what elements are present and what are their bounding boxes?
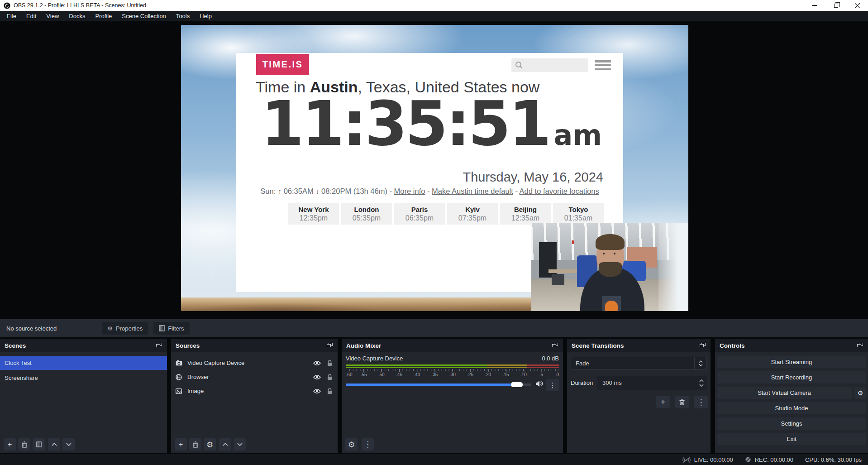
duration-spinner[interactable] <box>696 379 707 387</box>
menu-tools[interactable]: Tools <box>171 11 195 21</box>
menu-docks[interactable]: Docks <box>64 11 90 21</box>
stream-signal-icon <box>682 457 691 463</box>
chevron-down-icon <box>699 384 704 387</box>
popout-icon[interactable] <box>156 343 162 348</box>
start-streaming-button[interactable]: Start Streaming <box>717 356 866 368</box>
mixer-channel: Video Capture Device 0.0 dB <box>346 355 559 362</box>
remove-scene-button[interactable] <box>18 438 30 451</box>
source-item-video-capture[interactable]: Video Capture Device <box>171 356 338 370</box>
audio-mixer-header[interactable]: Audio Mixer <box>342 339 563 352</box>
controls-header[interactable]: Controls <box>715 339 868 352</box>
source-item-image[interactable]: Image <box>171 384 338 398</box>
scene-item-clock-test[interactable]: Clock Test <box>0 356 167 370</box>
mixer-options-button[interactable]: ⋮ <box>546 379 559 391</box>
duration-spinbox[interactable]: 300 ms <box>597 376 707 390</box>
move-source-down-button[interactable] <box>234 438 246 451</box>
start-recording-button[interactable]: Start Recording <box>717 371 866 384</box>
chevron-down-icon <box>699 364 703 366</box>
timeis-clock: 11:35:51am <box>261 93 605 154</box>
gear-icon: ⚙ <box>858 389 863 397</box>
status-bar: LIVE: 00:00:00 REC: 00:00:00 CPU: 0.6%, … <box>0 454 868 465</box>
speaker-icon[interactable] <box>535 380 543 387</box>
menu-edit[interactable]: Edit <box>21 11 41 21</box>
remove-source-button[interactable] <box>189 438 201 451</box>
sources-header[interactable]: Sources <box>171 339 338 352</box>
virtual-camera-config-button[interactable]: ⚙ <box>854 387 866 399</box>
record-disc-icon <box>745 456 751 463</box>
menu-view[interactable]: View <box>41 11 64 21</box>
scene-transitions-panel: Scene Transitions Fade Duration 300 ms +… <box>567 339 711 453</box>
scene-item-screenshare[interactable]: Screenshare <box>0 371 167 385</box>
chevron-down-icon <box>237 443 243 446</box>
city-tile: New York12:35pm <box>288 203 339 225</box>
minimize-button[interactable] <box>804 0 825 11</box>
restore-button[interactable] <box>825 0 847 11</box>
source-properties-button[interactable]: ⚙ <box>204 438 216 451</box>
webcam-overlay <box>531 223 688 311</box>
move-scene-down-button[interactable] <box>62 438 75 451</box>
context-bar: No source selected ⚙ Properties Filters <box>0 319 868 337</box>
popout-icon[interactable] <box>552 343 558 348</box>
transitions-header[interactable]: Scene Transitions <box>567 339 711 352</box>
world-clock-row: New York12:35pm London05:35pm Paris06:35… <box>288 203 604 225</box>
globe-icon <box>176 374 182 380</box>
properties-button[interactable]: ⚙ Properties <box>102 322 148 335</box>
popout-icon[interactable] <box>700 343 706 348</box>
menu-help[interactable]: Help <box>195 11 217 21</box>
volume-meter <box>346 364 559 368</box>
transition-options-button[interactable]: ⋮ <box>694 396 708 408</box>
move-scene-up-button[interactable] <box>48 438 60 451</box>
plus-icon: + <box>661 398 665 407</box>
move-source-up-button[interactable] <box>219 438 231 451</box>
person-hair <box>596 234 625 250</box>
popout-icon[interactable] <box>327 343 333 348</box>
city-tile: Beijing12:35am <box>500 203 551 225</box>
scenes-header[interactable]: Scenes <box>0 339 167 352</box>
chevron-up-icon <box>699 379 704 382</box>
lock-icon <box>327 388 332 394</box>
make-default-link: Make Austin time default <box>432 187 513 195</box>
settings-button[interactable]: Settings <box>717 417 866 430</box>
start-virtual-camera-button[interactable]: Start Virtual Camera <box>717 387 852 399</box>
city-tile: Kyiv07:35pm <box>447 203 498 225</box>
transition-select[interactable]: Fade <box>571 357 707 370</box>
filters-icon <box>36 441 42 447</box>
clock-meridiem: am <box>554 119 602 152</box>
studio-mode-button[interactable]: Studio Mode <box>717 402 866 414</box>
source-item-browser[interactable]: Browser <box>171 370 338 384</box>
menu-scene-collection[interactable]: Scene Collection <box>117 11 171 21</box>
chevron-up-icon <box>699 360 703 363</box>
select-spinner[interactable] <box>694 357 706 369</box>
city-tile: Paris06:35pm <box>394 203 445 225</box>
advanced-audio-button[interactable]: ⚙ <box>345 438 358 451</box>
exit-sign <box>572 240 574 244</box>
visibility-eye-icon <box>313 388 321 394</box>
shirt-graphic <box>605 301 618 311</box>
filters-button[interactable]: Filters <box>153 322 189 335</box>
add-source-button[interactable]: + <box>175 438 187 451</box>
menu-profile[interactable]: Profile <box>90 11 117 21</box>
slider-handle[interactable] <box>511 382 523 387</box>
person-beard <box>599 262 621 277</box>
exit-button[interactable]: Exit <box>717 433 866 445</box>
add-scene-button[interactable]: + <box>4 438 16 451</box>
visibility-eye-icon <box>313 374 321 380</box>
add-transition-button[interactable]: + <box>656 396 670 408</box>
scene-filters-button[interactable] <box>33 438 45 451</box>
audio-menu-button[interactable]: ⋮ <box>362 438 374 451</box>
popout-icon[interactable] <box>857 343 863 348</box>
obs-logo-icon <box>4 2 10 9</box>
remove-transition-button[interactable] <box>675 396 689 408</box>
close-button[interactable] <box>847 0 868 11</box>
chevron-up-icon <box>223 443 228 446</box>
menu-bar: File Edit View Docks Profile Scene Colle… <box>0 11 868 21</box>
search-input <box>511 58 588 72</box>
sun-info-line: Sun: ↑ 06:35AM ↓ 08:20PM (13h 46m) - Mor… <box>236 187 623 196</box>
plus-icon: + <box>179 440 183 449</box>
search-icon <box>515 61 523 69</box>
program-preview[interactable]: TIME.IS Time in Austin, Texas, United St… <box>181 25 688 311</box>
menu-file[interactable]: File <box>2 11 21 21</box>
volume-slider[interactable] <box>346 382 531 387</box>
titlebar: OBS 29.1.2 - Profile: LLHLS BETA - Scene… <box>0 0 868 11</box>
meter-scale: -60 -55 -50 -45 -40 -35 -30 -25 -20 -15 … <box>346 372 559 378</box>
